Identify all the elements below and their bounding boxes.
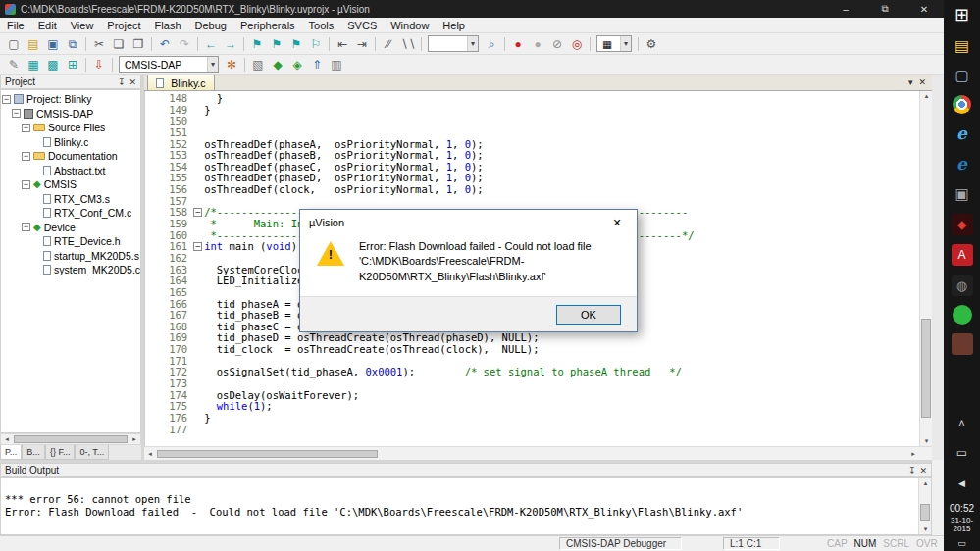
tab-blinky-c[interactable]: Blinky.c	[147, 75, 214, 90]
tab-list-icon[interactable]: ▾	[908, 77, 913, 87]
gray-app-icon[interactable]: ▣	[952, 183, 973, 205]
tree-item-rtx-conf-cm-c[interactable]: RTX_Conf_CM.c	[1, 206, 140, 221]
edge-icon[interactable]: e	[952, 153, 973, 175]
panel-close-icon[interactable]: ✕	[919, 466, 927, 476]
dialog-title-bar[interactable]: µVision ✕	[300, 210, 637, 235]
internet-explorer-icon[interactable]: e	[952, 123, 973, 144]
scroll-up-icon[interactable]: ▴	[920, 92, 933, 100]
menu-svcs[interactable]: SVCS	[340, 20, 384, 31]
eagle-cad-icon[interactable]: ◆	[952, 214, 973, 235]
dark-app-icon[interactable]: ◍	[952, 275, 973, 296]
download-button[interactable]: ⇩	[89, 56, 109, 74]
chevron-down-icon[interactable]: ▾	[467, 36, 478, 51]
tree-item-rte-device-h[interactable]: RTE_Device.h	[1, 234, 140, 249]
project-panel-hscrollbar[interactable]: ◂ ▸	[0, 433, 141, 445]
pin-icon[interactable]: ↧	[118, 77, 126, 87]
tree-item-device[interactable]: −◆Device	[1, 221, 140, 235]
tree-item-project-blinky[interactable]: −Project: Blinky	[1, 92, 140, 107]
find-in-files-button[interactable]: ⌕	[482, 35, 501, 53]
editor-vscrollbar[interactable]: ▴ ▾	[919, 91, 932, 446]
code-line[interactable]: 169 tid_phaseD = osThreadCreate(osThread…	[145, 332, 919, 344]
fold-collapse-icon[interactable]: −	[193, 208, 202, 217]
file-explorer-icon[interactable]: ▤	[952, 34, 973, 56]
pack-installer-button[interactable]: ◈	[287, 56, 307, 74]
build-output-vscrollbar[interactable]: ▴ ▾	[918, 478, 931, 534]
scroll-left-icon[interactable]: ◂	[144, 450, 156, 458]
menu-flash[interactable]: Flash	[148, 20, 188, 31]
indent-button[interactable]: ⇥	[352, 35, 372, 53]
bookmark-toggle-button[interactable]: ⚑	[247, 35, 267, 53]
code-line[interactable]: 152osThreadDef(phaseA, osPriorityNormal,…	[145, 139, 919, 151]
save-button[interactable]: ▣	[43, 35, 63, 53]
uncomment-button[interactable]: ∖∖	[398, 35, 418, 53]
green-app-icon[interactable]	[953, 305, 972, 325]
menu-edit[interactable]: Edit	[31, 20, 64, 31]
code-line[interactable]: 148 }	[145, 93, 919, 105]
code-line[interactable]: 175 while(1);	[145, 401, 919, 413]
taskbar-clock[interactable]: 00:52 31-10-2015	[944, 503, 980, 533]
menu-help[interactable]: Help	[436, 20, 472, 31]
volume-icon[interactable]: ◀	[952, 473, 973, 494]
undo-button[interactable]: ↶	[155, 35, 175, 53]
scroll-down-icon[interactable]: ▾	[919, 526, 932, 533]
collapse-icon[interactable]: −	[12, 109, 21, 118]
menu-tools[interactable]: Tools	[302, 20, 341, 31]
maximize-button[interactable]: ⧉	[865, 0, 904, 18]
fold-collapse-icon[interactable]: −	[193, 242, 202, 251]
code-line[interactable]: 153osThreadDef(phaseB, osPriorityNormal,…	[145, 150, 919, 162]
menu-project[interactable]: Project	[100, 20, 147, 31]
scroll-thumb[interactable]	[14, 435, 128, 443]
target-select-combo[interactable]: CMSIS-DAP▾	[119, 56, 219, 73]
navigate-back-button[interactable]: ←	[201, 35, 221, 53]
copy-button[interactable]: ❏	[109, 35, 129, 53]
menu-peripherals[interactable]: Peripherals	[233, 20, 302, 31]
configure-button[interactable]: ⚙	[642, 35, 661, 53]
tree-item-system-mk20d5-c[interactable]: system_MK20D5.c	[1, 263, 140, 277]
tree-item-abstract-txt[interactable]: Abstract.txt	[1, 164, 140, 178]
code-line[interactable]: 157	[145, 196, 919, 208]
code-line[interactable]: 149}	[145, 105, 919, 117]
workspace-tab-1[interactable]: P...	[0, 445, 22, 460]
collapse-icon[interactable]: −	[22, 180, 30, 189]
code-line[interactable]: 176}	[145, 413, 919, 425]
action-center-icon[interactable]: ▭	[957, 538, 966, 548]
open-file-button[interactable]: ▤	[24, 35, 43, 53]
scroll-down-icon[interactable]: ▾	[920, 437, 933, 445]
code-line[interactable]: 171	[145, 356, 919, 368]
comment-button[interactable]: ∕∕	[379, 35, 398, 53]
bookmark-clear-button[interactable]: ⚐	[306, 35, 326, 53]
chevron-down-icon[interactable]: ▾	[620, 36, 631, 51]
chevron-down-icon[interactable]: ▾	[207, 57, 218, 72]
editor-hscrollbar[interactable]: ◂ ▸	[144, 446, 932, 460]
display-icon[interactable]: ▭	[952, 442, 973, 464]
breakpoint-kill-button[interactable]: ⊘	[547, 35, 567, 53]
breakpoint-disable-button[interactable]: ●	[528, 35, 547, 53]
workspace-tab-2[interactable]: B...	[22, 445, 45, 460]
new-file-button[interactable]: ▢	[4, 35, 24, 53]
manage-rte-button[interactable]: ◆	[268, 56, 287, 74]
code-line[interactable]: 151	[145, 127, 919, 139]
code-line[interactable]: 172 osSignalSet(tid_phaseA, 0x0001); /* …	[145, 367, 919, 378]
tree-item-startup-mk20d5-s[interactable]: startup_MK20D5.s	[1, 249, 140, 264]
scroll-thumb[interactable]	[920, 504, 930, 521]
code-line[interactable]: 174 osDelay(osWaitForever);	[145, 390, 919, 402]
code-line[interactable]: 150	[145, 116, 919, 127]
workspace-tab-3[interactable]: {} F...	[45, 445, 76, 460]
scroll-up-icon[interactable]: ▴	[919, 479, 932, 487]
tree-item-source-files[interactable]: −Source Files	[1, 121, 140, 135]
tree-item-blinky-c[interactable]: Blinky.c	[1, 135, 140, 150]
build-button[interactable]: ▦	[24, 56, 43, 74]
load-application-button[interactable]: ⇑	[307, 56, 327, 74]
code-line[interactable]: 173	[145, 378, 919, 390]
tab-close-icon[interactable]: ✕	[918, 77, 926, 87]
batch-build-button[interactable]: ⊞	[63, 56, 82, 74]
app-window-icon[interactable]: ▢	[952, 65, 973, 86]
code-line[interactable]: 154osThreadDef(phaseC, osPriorityNormal,…	[145, 162, 919, 174]
paste-button[interactable]: ❐	[129, 35, 148, 53]
unindent-button[interactable]: ⇤	[333, 35, 352, 53]
scroll-left-icon[interactable]: ◂	[1, 435, 13, 443]
cut-button[interactable]: ✂	[89, 35, 109, 53]
scroll-thumb[interactable]	[157, 450, 378, 458]
breakpoint-enable-all-button[interactable]: ◎	[567, 35, 587, 53]
rebuild-button[interactable]: ▩	[43, 56, 63, 74]
